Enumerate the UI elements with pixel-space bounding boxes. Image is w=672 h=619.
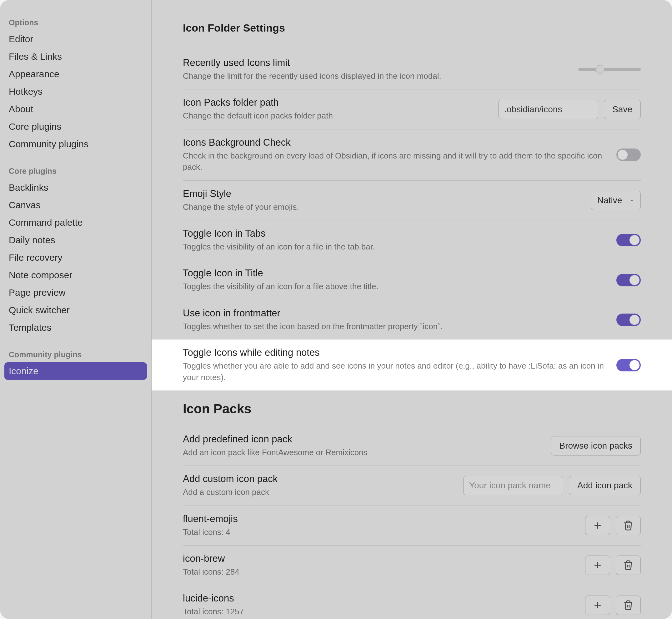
emoji-style-dropdown[interactable]: Native: [591, 191, 641, 210]
setting-name: Toggle Icon in Title: [183, 268, 610, 279]
setting-folder-path: Icon Packs folder path Change the defaul…: [183, 89, 641, 129]
pack-desc: Total icons: 4: [183, 527, 579, 538]
setting-background-check: Icons Background Check Check in the back…: [183, 129, 641, 181]
plus-icon: [592, 560, 603, 570]
setting-frontmatter: Use icon in frontmatter Toggles whether …: [183, 300, 641, 340]
setting-recent-limit: Recently used Icons limit Change the lim…: [183, 50, 641, 89]
setting-desc: Check in the background on every load of…: [183, 150, 610, 173]
setting-toggle-tabs: Toggle Icon in Tabs Toggles the visibili…: [183, 220, 641, 260]
background-check-toggle[interactable]: [616, 148, 641, 161]
frontmatter-toggle[interactable]: [616, 314, 641, 326]
sidebar-group-community-plugins: Community plugins: [4, 345, 147, 362]
toggle-title-toggle[interactable]: [616, 274, 641, 286]
icon-pack-fluent-emojis: fluent-emojis Total icons: 4: [183, 505, 641, 545]
sidebar-item-backlinks[interactable]: Backlinks: [4, 179, 147, 196]
custom-pack-name-input[interactable]: [463, 476, 563, 495]
sidebar-item-file-recovery[interactable]: File recovery: [4, 249, 147, 266]
settings-sidebar: Options Editor Files & Links Appearance …: [0, 0, 152, 619]
toggle-tabs-toggle[interactable]: [616, 234, 641, 246]
browse-icon-packs-button[interactable]: Browse icon packs: [551, 436, 641, 456]
editing-notes-toggle[interactable]: [616, 359, 641, 371]
sidebar-item-iconize[interactable]: Iconize: [4, 362, 147, 380]
pack-name: icon-brew: [183, 553, 579, 564]
setting-desc: Add an icon pack like FontAwesome or Rem…: [183, 447, 545, 458]
setting-emoji-style: Emoji Style Change the style of your emo…: [183, 181, 641, 220]
setting-desc: Change the default icon packs folder pat…: [183, 110, 492, 121]
sidebar-item-templates[interactable]: Templates: [4, 319, 147, 336]
icon-pack-lucide-icons: lucide-icons Total icons: 1257: [183, 585, 641, 619]
add-icon-button[interactable]: [585, 516, 610, 535]
setting-desc: Change the limit for the recently used i…: [183, 70, 572, 82]
setting-name: Add predefined icon pack: [183, 434, 545, 445]
sidebar-item-about[interactable]: About: [4, 100, 147, 118]
sidebar-item-daily-notes[interactable]: Daily notes: [4, 231, 147, 249]
trash-icon: [623, 600, 633, 611]
setting-name: Icons Background Check: [183, 137, 610, 148]
setting-name: Add custom icon pack: [183, 473, 457, 485]
sidebar-item-core-plugins[interactable]: Core plugins: [4, 118, 147, 135]
folder-path-input[interactable]: [498, 100, 598, 119]
sidebar-item-editor[interactable]: Editor: [4, 30, 147, 48]
plus-icon: [592, 520, 603, 531]
setting-name: Toggle Icons while editing notes: [183, 347, 610, 358]
save-button[interactable]: Save: [604, 100, 641, 119]
pack-desc: Total icons: 1257: [183, 606, 579, 617]
setting-desc: Toggles whether you are able to add and …: [183, 360, 610, 383]
setting-desc: Toggles whether to set the icon based on…: [183, 321, 610, 332]
pack-desc: Total icons: 284: [183, 566, 579, 577]
pack-name: fluent-emojis: [183, 513, 579, 525]
dropdown-value: Native: [597, 195, 622, 205]
add-icon-pack-button[interactable]: Add icon pack: [569, 476, 641, 495]
chevron-down-icon: [629, 197, 634, 204]
add-icon-button[interactable]: [585, 556, 610, 575]
sidebar-item-canvas[interactable]: Canvas: [4, 196, 147, 214]
setting-add-custom: Add custom icon pack Add a custom icon p…: [183, 466, 641, 505]
sidebar-item-hotkeys[interactable]: Hotkeys: [4, 83, 147, 100]
settings-window: Options Editor Files & Links Appearance …: [0, 0, 672, 619]
section-title-icon-packs: Icon Packs: [183, 401, 641, 416]
recent-limit-slider[interactable]: [578, 68, 641, 71]
setting-name: Emoji Style: [183, 188, 585, 199]
setting-desc: Toggles the visibility of an icon for a …: [183, 241, 610, 252]
add-icon-button[interactable]: [585, 596, 610, 615]
sidebar-item-command-palette[interactable]: Command palette: [4, 214, 147, 231]
setting-desc: Change the style of your emojis.: [183, 201, 585, 213]
sidebar-group-options: Options: [4, 12, 147, 30]
sidebar-item-quick-switcher[interactable]: Quick switcher: [4, 301, 147, 319]
sidebar-group-core-plugins: Core plugins: [4, 161, 147, 179]
trash-icon: [623, 560, 633, 570]
sidebar-item-files-links[interactable]: Files & Links: [4, 48, 147, 65]
setting-name: Icon Packs folder path: [183, 97, 492, 108]
setting-desc: Add a custom icon pack: [183, 486, 457, 498]
setting-name: Toggle Icon in Tabs: [183, 228, 610, 239]
section-title-icon-folder: Icon Folder Settings: [183, 22, 641, 34]
slider-thumb[interactable]: [596, 65, 604, 74]
plus-icon: [592, 600, 603, 611]
setting-toggle-title: Toggle Icon in Title Toggles the visibil…: [183, 260, 641, 299]
sidebar-item-appearance[interactable]: Appearance: [4, 65, 147, 83]
delete-pack-button[interactable]: [616, 556, 641, 575]
setting-editing-notes: Toggle Icons while editing notes Toggles…: [152, 340, 672, 391]
setting-name: Recently used Icons limit: [183, 57, 572, 68]
pack-name: lucide-icons: [183, 593, 579, 604]
sidebar-item-page-preview[interactable]: Page preview: [4, 284, 147, 301]
sidebar-item-community-plugins[interactable]: Community plugins: [4, 135, 147, 153]
icon-pack-icon-brew: icon-brew Total icons: 284: [183, 545, 641, 585]
trash-icon: [623, 520, 633, 531]
sidebar-item-note-composer[interactable]: Note composer: [4, 266, 147, 284]
setting-name: Use icon in frontmatter: [183, 307, 610, 319]
setting-add-predefined: Add predefined icon pack Add an icon pac…: [183, 426, 641, 466]
delete-pack-button[interactable]: [616, 596, 641, 615]
settings-content: Icon Folder Settings Recently used Icons…: [152, 0, 672, 619]
delete-pack-button[interactable]: [616, 516, 641, 535]
setting-desc: Toggles the visibility of an icon for a …: [183, 281, 610, 292]
